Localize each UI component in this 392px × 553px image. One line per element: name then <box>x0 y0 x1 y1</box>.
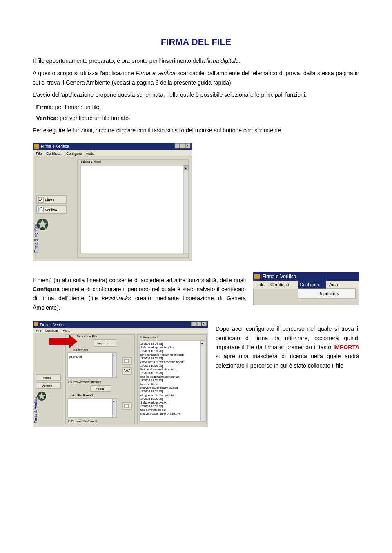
firma-button-label: Firma <box>45 198 54 202</box>
svg-text:ione annullata: nessun file in: ione annullata: nessun file indicato <box>140 353 184 356</box>
svg-rect-26 <box>34 322 38 326</box>
svg-rect-2 <box>34 144 39 149</box>
app-window-svg: Firma e Verifica _ □ × File Certificati … <box>33 143 192 261</box>
paragraph-1: A questo scopo si utilizza l'applicazion… <box>33 69 359 87</box>
svg-text:.2/2000 18:05:25]: .2/2000 18:05:25] <box>140 390 163 393</box>
screenshot-menu: Firma e Verifica File Certificati Config… <box>253 272 359 305</box>
svg-rect-41 <box>125 359 129 363</box>
svg-text:▴: ▴ <box>113 354 115 357</box>
svg-text:×: × <box>203 322 205 326</box>
file-entry[interactable]: prova.txt <box>69 355 82 359</box>
svg-rect-33 <box>33 328 208 333</box>
menu2-file[interactable]: File <box>257 282 265 287</box>
submenu-repository[interactable]: Repository <box>318 291 339 296</box>
menu-window-title: Firma e Verifica <box>262 274 296 279</box>
svg-rect-35 <box>113 353 117 377</box>
intro-paragraph: Il file opportunamente preparato, è ora … <box>33 56 359 65</box>
bullet-verifica: - Verifica: per verificare un file firma… <box>33 114 359 123</box>
page-title: FIRMA DEL FILE <box>33 35 359 49</box>
svg-text:.2/2000 18:05:23]: .2/2000 18:05:23] <box>140 357 163 360</box>
shot2-title: Firma e Verifica <box>40 323 66 327</box>
svg-text:.2/2000 18:05:23]: .2/2000 18:05:23] <box>140 364 163 368</box>
final-b: si apre una maschera di ricerca nella qu… <box>216 353 359 368</box>
svg-rect-15 <box>38 207 43 212</box>
final-red: IMPORTA <box>333 344 359 350</box>
importa-button-label: Importa <box>97 341 109 345</box>
menu2-aiuto[interactable]: Aiuto <box>329 282 339 287</box>
shot2-menu-aiuto[interactable]: Aiuto <box>63 329 71 332</box>
svg-text:ore autorità di certificazione: ore autorità di certificazione aperto <box>140 361 184 364</box>
shot2-menu-file[interactable]: File <box>36 329 41 332</box>
svg-text:_: _ <box>175 143 178 148</box>
bullet-firma: - Firma: per firmare un file; <box>33 103 359 111</box>
paragraph-2: L'avvio dell'applicazione propone questa… <box>33 90 359 99</box>
menu-p-bold: Configura <box>33 286 60 292</box>
bullet-firma-rest: : per firmare un file; <box>52 104 101 110</box>
shot2-scrollbar[interactable] <box>201 341 205 421</box>
svg-text:fica del documento in corso...: fica del documento in corso... <box>140 368 178 371</box>
svg-text:rmaVerifica\verificati\prova.t: rmaVerifica\verificati\prova.txt <box>140 386 178 390</box>
svg-text:_: _ <box>192 322 194 326</box>
menu-p-a: Il menù (in alto sulla finestra) consent… <box>33 277 246 283</box>
shot2-vertical-label: Firma & Verifica <box>33 397 38 424</box>
svg-text:tato eliminato il File:: tato eliminato il File: <box>140 408 166 411</box>
menu-file[interactable]: File <box>36 152 42 156</box>
verifica-button-label: Verifica <box>45 208 57 212</box>
menu2-configura: Configura <box>300 282 320 287</box>
p1-a: A questo scopo si utilizza l'applicazion… <box>33 70 136 76</box>
path-dafirmare: C:\FirmaVerifica\dafirmare <box>68 381 101 384</box>
svg-rect-11 <box>81 165 184 254</box>
p1-app-name: Firma e verifica <box>136 70 176 76</box>
window-title: Firma e Verifica <box>41 144 69 149</box>
svg-text:rmaVerifica\firmati\prova.txt.: rmaVerifica\firmati\prova.txt.p7m <box>140 412 182 415</box>
svg-text:□: □ <box>181 144 183 148</box>
svg-text:▴: ▴ <box>201 341 203 344</box>
shot2-verifica-label: Verifica <box>42 384 53 388</box>
svg-text:.2/2000 18:05:25]: .2/2000 18:05:25] <box>140 379 163 382</box>
screenshot-main-app: Firma e Verifica _ □ × File Certificati … <box>33 143 359 261</box>
path-firmati: C:\FirmaVerifica\firmati <box>68 420 97 423</box>
svg-text:.2/2000 18:05:25]: .2/2000 18:05:25] <box>140 372 163 375</box>
bullet-firma-bold: Firma <box>36 104 52 110</box>
menu-aiuto[interactable]: Aiuto <box>86 152 94 156</box>
shot2-panel-info: Informazioni <box>140 335 158 339</box>
firmati-list[interactable] <box>68 399 113 417</box>
svg-text:.2/2000 18:39:25]: .2/2000 18:39:25] <box>140 397 163 401</box>
panel-informazioni: Informazioni <box>81 160 101 164</box>
firma-action-label: Firma <box>96 387 104 390</box>
bullet-verifica-rest: : per verificare un file firmato. <box>56 115 130 121</box>
svg-text:×: × <box>186 143 189 148</box>
svg-rect-22 <box>254 274 260 279</box>
svg-text:ataggio del file completato.: ataggio del file completato. <box>140 394 174 397</box>
menu-configura[interactable]: Configura <box>66 152 82 156</box>
shot2-menu-cert[interactable]: Certificati <box>45 329 59 332</box>
svg-text:ione del file in :: ione del file in : <box>140 383 160 386</box>
menu-certificati[interactable]: Certificati <box>46 152 62 156</box>
svg-text:.2/2000 18:39:33]: .2/2000 18:39:33] <box>140 405 163 408</box>
menu2-certificati[interactable]: Certificati <box>270 282 289 287</box>
svg-text:Selezionato prova.txt.p7m: Selezionato prova.txt.p7m <box>140 346 174 349</box>
paragraph-3: Per eseguire le funzioni, occorre clicca… <box>33 126 359 135</box>
svg-text:▴: ▴ <box>113 399 115 402</box>
scrollbar[interactable] <box>184 165 189 254</box>
svg-text:.2/2000 18:04:28]: .2/2000 18:04:28] <box>140 342 163 346</box>
vertical-brand-label: Firma & Verifica <box>34 224 38 253</box>
shot2-selezione-file: Selezione File <box>77 334 98 338</box>
svg-text:▴: ▴ <box>185 166 187 170</box>
bullet-verifica-bold: Verifica <box>36 115 57 121</box>
screenshot-import: Firma e Verifica _ □ × File Certificati … <box>33 321 208 427</box>
svg-rect-44 <box>125 404 129 408</box>
intro-italic: firma digitale. <box>206 58 240 64</box>
svg-text:.2/2000 18:05:20]: .2/2000 18:05:20] <box>140 350 163 353</box>
menu-paragraph: Il menù (in alto sulla finestra) consent… <box>33 276 246 312</box>
final-paragraph: Dopo aver configurato il percorso nel qu… <box>216 324 359 370</box>
svg-text:Selezionato prova.txt: Selezionato prova.txt <box>140 401 167 404</box>
svg-text:fica del documento completata.: fica del documento completata. <box>140 375 180 379</box>
shot2-firma-label: Firma <box>43 376 52 379</box>
svg-text:□: □ <box>197 322 199 326</box>
lista-firmati-label: Lista file firmati <box>69 393 93 397</box>
da-firmare-label: da firmare <box>74 348 89 352</box>
menu-p-italic: keystore.ks <box>102 295 131 301</box>
intro-text: Il file opportunamente preparato, è ora … <box>33 58 206 64</box>
